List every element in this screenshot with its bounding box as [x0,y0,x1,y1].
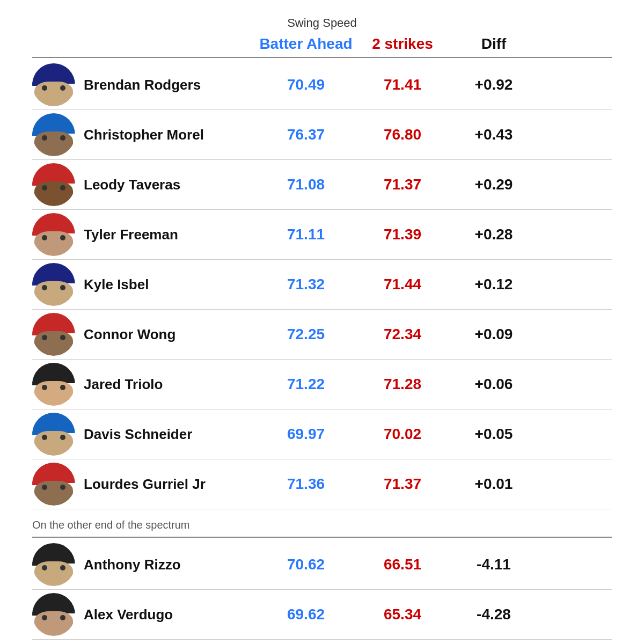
eyes-icon [42,616,66,620]
val-ahead: 70.62 [258,556,354,573]
val-diff: +0.05 [451,426,537,443]
avatar [32,263,75,306]
player-cell: Connor Wong [32,313,258,356]
face-icon [34,131,73,156]
face-icon [34,481,73,506]
val-ahead: 69.62 [258,606,354,623]
avatar [32,363,75,406]
player-cell: Leody Taveras [32,163,258,206]
val-strikes: 71.41 [354,76,451,93]
main-container: Swing Speed Batter Ahead 2 strikes Diff … [32,16,612,640]
val-diff: +0.09 [451,326,537,343]
val-strikes: 71.37 [354,176,451,193]
val-ahead: 71.11 [258,226,354,243]
helmet-icon [32,113,75,134]
face-icon [34,181,73,206]
eyes-icon [42,286,66,290]
face-icon [34,381,73,406]
player-name: Lourdes Gurriel Jr [84,476,206,493]
val-ahead: 71.32 [258,276,354,293]
player-cell: Alex Verdugo [32,593,258,636]
val-strikes: 65.34 [354,606,451,623]
player-cell: Christopher Morel [32,113,258,156]
face-icon [34,281,73,306]
face-icon [34,82,73,106]
helmet-icon [32,63,75,84]
val-diff: +0.43 [451,126,537,143]
section-note: On the other end of the spectrum [32,509,612,537]
table-row: Jared Triolo71.2271.28+0.06 [32,360,612,409]
col-header-diff: Diff [451,35,537,53]
avatar [32,593,75,636]
val-diff: -4.11 [451,556,537,573]
player-cell: Jared Triolo [32,363,258,406]
section-divider [32,537,612,538]
avatar [32,543,75,586]
val-ahead: 71.36 [258,475,354,493]
player-name: Jared Triolo [84,376,163,393]
val-ahead: 71.08 [258,176,354,193]
val-diff: +0.01 [451,475,537,493]
val-ahead: 69.97 [258,426,354,443]
val-strikes: 71.37 [354,475,451,493]
player-cell: Brendan Rodgers [32,63,258,106]
avatar [32,63,75,106]
val-strikes: 66.51 [354,556,451,573]
val-diff: +0.06 [451,376,537,393]
player-cell: Davis Schneider [32,413,258,456]
helmet-icon [32,213,75,233]
helmet-icon [32,413,75,433]
player-cell: Tyler Freeman [32,213,258,256]
val-strikes: 76.80 [354,126,451,143]
val-diff: +0.12 [451,276,537,293]
eyes-icon [42,186,66,190]
player-name: Alex Verdugo [84,606,173,623]
player-name: Connor Wong [84,326,175,343]
eyes-icon [42,566,66,570]
val-strikes: 70.02 [354,426,451,443]
val-strikes: 72.34 [354,326,451,343]
col-header-strikes: 2 strikes [354,35,451,53]
player-name: Davis Schneider [84,426,192,443]
face-icon [34,611,73,636]
table-row: Tyler Freeman71.1171.39+0.28 [32,210,612,260]
table-row: Leody Taveras71.0871.37+0.29 [32,160,612,210]
helmet-icon [32,263,75,283]
player-cell: Lourdes Gurriel Jr [32,463,258,506]
helmet-icon [32,543,75,564]
eyes-icon [42,86,66,90]
avatar [32,413,75,456]
helmet-icon [32,363,75,383]
val-strikes: 71.44 [354,276,451,293]
val-ahead: 71.22 [258,376,354,393]
avatar [32,213,75,256]
col-header-ahead: Batter Ahead [258,35,354,53]
table-row: Kyle Isbel71.3271.44+0.12 [32,260,612,310]
player-name: Tyler Freeman [84,226,178,243]
player-name: Anthony Rizzo [84,557,181,573]
avatar [32,113,75,156]
player-name: Leody Taveras [84,177,180,193]
val-strikes: 71.28 [354,376,451,393]
face-icon [34,231,73,256]
eyes-icon [42,335,66,340]
helmet-icon [32,463,75,483]
val-strikes: 71.39 [354,226,451,243]
eyes-icon [42,136,66,140]
val-ahead: 70.49 [258,76,354,93]
player-cell: Anthony Rizzo [32,543,258,586]
player-name: Kyle Isbel [84,276,149,293]
table-row: Davis Schneider69.9770.02+0.05 [32,409,612,459]
eyes-icon [42,485,66,489]
helmet-icon [32,163,75,184]
chart-subtitle: Swing Speed [32,16,612,30]
avatar [32,163,75,206]
table-row: Brendan Rodgers70.4971.41+0.92 [32,60,612,110]
player-cell: Kyle Isbel [32,263,258,306]
avatar [32,463,75,506]
helmet-icon [32,593,75,613]
val-ahead: 72.25 [258,326,354,343]
val-ahead: 76.37 [258,126,354,143]
table-row: Christopher Morel76.3776.80+0.43 [32,110,612,160]
val-diff: +0.28 [451,226,537,243]
